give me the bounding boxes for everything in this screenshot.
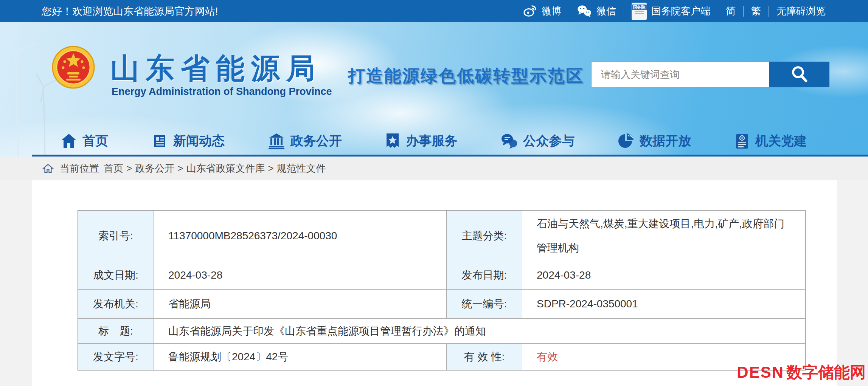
nav-item-party-building[interactable]: 机关党建 bbox=[734, 132, 807, 150]
top-bar-links: 微博 微信 国务院 bbox=[523, 3, 826, 20]
gov-client-icon-text: 国务院 bbox=[632, 5, 647, 10]
pie-chart-icon bbox=[618, 133, 634, 149]
traditional-label: 繁 bbox=[751, 5, 761, 18]
weibo-icon bbox=[523, 4, 537, 19]
nav-label: 数据开放 bbox=[640, 132, 691, 150]
date-written-value: 2024-03-28 bbox=[154, 261, 447, 290]
accessibility-label: 无障碍浏览 bbox=[776, 5, 826, 18]
nav-label: 首页 bbox=[82, 132, 108, 150]
topic-category-value: 石油与天然气,煤炭,重大建设项目,电力,矿产,政府部门管理机构 bbox=[522, 211, 805, 261]
top-bar: 您好！欢迎浏览山东省能源局官方网站! 微博 bbox=[0, 0, 868, 22]
divider bbox=[743, 6, 744, 17]
issuer-label: 发布机关: bbox=[78, 290, 154, 319]
news-icon bbox=[151, 133, 168, 149]
nav-item-services[interactable]: 办事服务 bbox=[385, 132, 457, 150]
nav-item-open-data[interactable]: 数据开放 bbox=[618, 132, 691, 150]
wechat-label: 微信 bbox=[596, 5, 616, 18]
uniform-number-label: 统一编号: bbox=[447, 290, 522, 319]
site-header: 山东省能源局 Energy Administration of Shandong… bbox=[0, 22, 868, 157]
simplified-label: 简 bbox=[726, 5, 736, 18]
search-button[interactable] bbox=[769, 62, 829, 87]
welcome-text: 您好！欢迎浏览山东省能源局官方网站! bbox=[42, 5, 218, 18]
doc-number-label: 发文字号: bbox=[78, 344, 154, 370]
nav-item-home[interactable]: 首页 bbox=[61, 132, 108, 150]
nav-item-participation[interactable]: 公众参与 bbox=[500, 132, 575, 150]
decoration bbox=[635, 11, 644, 12]
issuer-value: 省能源局 bbox=[154, 290, 447, 319]
gov-building-icon bbox=[268, 133, 285, 149]
nav-label: 办事服务 bbox=[406, 132, 457, 150]
decoration bbox=[635, 13, 644, 14]
breadcrumb-prefix: 当前位置 bbox=[60, 162, 99, 175]
index-number-label: 索引号: bbox=[78, 211, 154, 261]
accessibility-link[interactable]: 无障碍浏览 bbox=[776, 5, 826, 18]
traditional-chinese-toggle[interactable]: 繁 bbox=[751, 5, 761, 18]
search-icon bbox=[790, 65, 808, 84]
weibo-label: 微博 bbox=[542, 5, 561, 18]
date-published-label: 发布日期: bbox=[447, 261, 522, 290]
breadcrumb-item-policy-library[interactable]: 山东省政策文件库 bbox=[186, 162, 265, 175]
gov-client-icon: 国务院 bbox=[632, 3, 647, 20]
topic-category-label: 主题分类: bbox=[447, 211, 522, 261]
doc-title-label: 标 题: bbox=[78, 319, 154, 344]
main-nav: 首页 新闻动态 bbox=[0, 127, 868, 155]
site-title: 山东省能源局 bbox=[110, 50, 321, 88]
breadcrumb-home-icon bbox=[42, 163, 54, 174]
divider bbox=[569, 6, 569, 17]
chat-icon bbox=[500, 133, 518, 149]
breadcrumb-item-home[interactable]: 首页 bbox=[104, 162, 123, 175]
weibo-link[interactable]: 微博 bbox=[523, 4, 561, 19]
breadcrumb-separator: > bbox=[268, 163, 273, 174]
gov-client-label: 国务院客户端 bbox=[651, 5, 710, 18]
badge-icon bbox=[385, 133, 401, 149]
index-number-value: 11370000MB28526373/2024-00030 bbox=[154, 211, 447, 261]
breadcrumb: 当前位置 首页 > 政务公开 > 山东省政策文件库 > 规范性文件 bbox=[0, 157, 868, 180]
national-emblem bbox=[52, 46, 95, 90]
search-box bbox=[591, 62, 829, 87]
breadcrumb-item-gov-affairs[interactable]: 政务公开 bbox=[135, 162, 174, 175]
divider bbox=[624, 6, 624, 17]
validity-label: 有 效 性: bbox=[447, 344, 522, 370]
breadcrumb-separator: > bbox=[177, 163, 183, 174]
home-icon bbox=[61, 133, 77, 149]
site-subtitle-english: Energy Administration of Shandong Provin… bbox=[112, 86, 332, 98]
doc-number-value: 鲁能源规划〔2024〕42号 bbox=[154, 344, 447, 370]
content-card: 索引号: 11370000MB28526373/2024-00030 主题分类:… bbox=[32, 180, 837, 386]
breadcrumb-separator: > bbox=[126, 163, 132, 174]
nav-label: 公众参与 bbox=[523, 132, 575, 150]
nav-label: 机关党建 bbox=[755, 132, 807, 150]
nav-label: 新闻动态 bbox=[173, 132, 225, 150]
wechat-link[interactable]: 微信 bbox=[577, 4, 616, 19]
watermark-latin: DESN bbox=[737, 363, 784, 381]
nav-item-news[interactable]: 新闻动态 bbox=[151, 132, 225, 150]
date-published-value: 2024-03-28 bbox=[522, 261, 805, 290]
search-input[interactable] bbox=[591, 62, 769, 87]
doc-title-value: 山东省能源局关于印发《山东省重点能源项目管理暂行办法》的通知 bbox=[154, 319, 805, 344]
nav-item-gov-affairs[interactable]: 政务公开 bbox=[268, 132, 342, 150]
desn-watermark: DESN数字储能网 bbox=[737, 362, 866, 383]
nav-bottom-line bbox=[32, 155, 868, 157]
wechat-icon bbox=[577, 4, 592, 19]
watermark-chinese: 数字储能网 bbox=[786, 363, 866, 381]
site-slogan: 打造能源绿色低碳转型示范区 bbox=[348, 65, 584, 87]
document-metadata-table: 索引号: 11370000MB28526373/2024-00030 主题分类:… bbox=[78, 210, 806, 370]
breadcrumb-item-normative-docs[interactable]: 规范性文件 bbox=[277, 162, 326, 175]
uniform-number-value: SDPR-2024-0350001 bbox=[522, 290, 805, 319]
party-doc-icon bbox=[734, 133, 750, 149]
nav-label: 政务公开 bbox=[290, 132, 342, 150]
content-area: 索引号: 11370000MB28526373/2024-00030 主题分类:… bbox=[0, 180, 868, 386]
divider bbox=[769, 6, 769, 17]
divider bbox=[718, 6, 718, 17]
gov-client-link[interactable]: 国务院 国务院客户端 bbox=[632, 3, 710, 20]
date-written-label: 成文日期: bbox=[78, 261, 154, 290]
simplified-chinese-toggle[interactable]: 简 bbox=[726, 5, 736, 18]
